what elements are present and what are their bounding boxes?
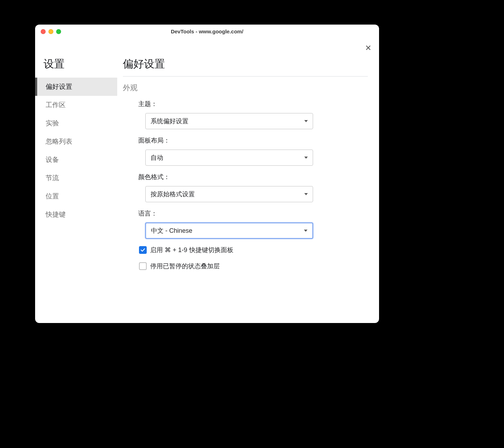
panel-layout-label: 面板布局： xyxy=(138,136,368,145)
checkbox-shortcut-label: 启用 ⌘ + 1-9 快捷键切换面板 xyxy=(150,246,233,254)
field-theme: 主题： 系统偏好设置 xyxy=(123,100,368,129)
window-minimize-button[interactable] xyxy=(48,29,53,34)
color-format-select[interactable]: 按原始格式设置 xyxy=(145,186,313,202)
window-maximize-button[interactable] xyxy=(56,29,61,34)
chevron-down-icon xyxy=(304,157,308,159)
panel-layout-value: 自动 xyxy=(151,153,163,162)
sidebar-item-ignore-list[interactable]: 忽略列表 xyxy=(35,132,117,151)
color-format-label: 颜色格式： xyxy=(138,173,368,181)
sidebar-item-shortcuts[interactable]: 快捷键 xyxy=(35,205,117,224)
checkbox-disable-overlay-label: 停用已暂停的状态叠加层 xyxy=(150,262,220,270)
panel-layout-select[interactable]: 自动 xyxy=(145,150,313,166)
sidebar-item-throttling[interactable]: 节流 xyxy=(35,169,117,187)
content: ✕ 设置 偏好设置 工作区 实验 忽略列表 设备 节流 位置 快捷键 偏好设置 … xyxy=(35,39,379,323)
window-title: DevTools - www.google.com/ xyxy=(35,28,379,34)
sidebar-item-preferences[interactable]: 偏好设置 xyxy=(35,78,117,96)
field-panel-layout: 面板布局： 自动 xyxy=(123,136,368,166)
chevron-down-icon xyxy=(304,230,307,232)
main-panel: 偏好设置 外观 主题： 系统偏好设置 面板布局： 自动 颜色格式： 按 xyxy=(117,39,379,323)
language-select[interactable]: 中文 - Chinese xyxy=(145,223,313,239)
close-icon[interactable]: ✕ xyxy=(365,44,371,52)
checkbox-icon-checked xyxy=(139,246,147,254)
theme-select[interactable]: 系统偏好设置 xyxy=(145,113,313,129)
field-color-format: 颜色格式： 按原始格式设置 xyxy=(123,173,368,202)
sidebar-title: 设置 xyxy=(35,57,117,78)
checkbox-icon-unchecked xyxy=(139,262,147,270)
chevron-down-icon xyxy=(304,193,308,195)
checkbox-disable-overlay[interactable]: 停用已暂停的状态叠加层 xyxy=(139,262,368,270)
checkbox-shortcut-switch[interactable]: 启用 ⌘ + 1-9 快捷键切换面板 xyxy=(139,246,368,254)
theme-value: 系统偏好设置 xyxy=(151,117,188,125)
field-language: 语言： 中文 - Chinese xyxy=(123,209,368,239)
sidebar-item-experiments[interactable]: 实验 xyxy=(35,114,117,132)
sidebar-item-workspace[interactable]: 工作区 xyxy=(35,96,117,114)
section-appearance: 外观 xyxy=(123,83,368,93)
page-title: 偏好设置 xyxy=(123,57,368,77)
sidebar-item-devices[interactable]: 设备 xyxy=(35,151,117,169)
language-value: 中文 - Chinese xyxy=(151,226,192,235)
devtools-window: DevTools - www.google.com/ ✕ 设置 偏好设置 工作区… xyxy=(35,25,379,323)
sidebar: 设置 偏好设置 工作区 实验 忽略列表 设备 节流 位置 快捷键 xyxy=(35,39,117,323)
titlebar: DevTools - www.google.com/ xyxy=(35,25,379,39)
color-format-value: 按原始格式设置 xyxy=(151,190,195,198)
traffic-lights xyxy=(41,29,61,34)
window-close-button[interactable] xyxy=(41,29,46,34)
theme-label: 主题： xyxy=(138,100,368,108)
language-label: 语言： xyxy=(138,209,368,218)
sidebar-item-locations[interactable]: 位置 xyxy=(35,187,117,205)
chevron-down-icon xyxy=(304,120,308,122)
